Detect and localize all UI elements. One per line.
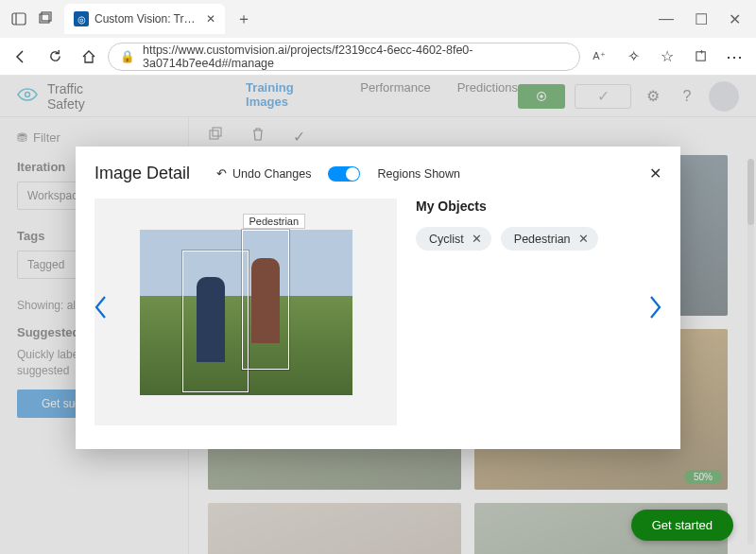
maximize-icon[interactable]: ☐ — [695, 10, 708, 28]
image-preview-pane[interactable]: Pedestrian — [94, 199, 397, 425]
image-preview[interactable]: Pedestrian — [140, 230, 352, 395]
reader-icon[interactable]: A⁺ — [584, 42, 614, 72]
address-bar: 🔒 https://www.customvision.ai/projects/f… — [0, 38, 756, 76]
remove-tag-icon[interactable]: ✕ — [472, 232, 482, 246]
tag-chip-cyclist[interactable]: Cyclist ✕ — [416, 227, 491, 251]
image-detail-modal: Image Detail ↶ Undo Changes Regions Show… — [76, 147, 680, 449]
minimize-icon[interactable]: — — [659, 10, 674, 28]
bounding-box-cyclist[interactable] — [182, 251, 249, 392]
bounding-box-pedestrian[interactable]: Pedestrian — [242, 230, 289, 370]
tab-title: Custom Vision: Traffic Safety - Tr — [94, 12, 200, 26]
svg-rect-0 — [12, 13, 26, 25]
objects-heading: My Objects — [416, 199, 662, 214]
url-text: https://www.customvision.ai/projects/f23… — [143, 43, 568, 70]
favorites-icon[interactable]: ☆ — [652, 42, 682, 72]
undo-label: Undo Changes — [232, 167, 311, 181]
refresh-button[interactable] — [40, 42, 70, 72]
new-tab-button[interactable]: ＋ — [231, 6, 257, 32]
prev-image-button[interactable] — [87, 293, 115, 321]
regions-shown-toggle[interactable] — [328, 166, 360, 182]
favicon-icon: ◎ — [74, 11, 89, 26]
undo-changes-button[interactable]: ↶ Undo Changes — [216, 166, 311, 181]
tag-chip-pedestrian[interactable]: Pedestrian ✕ — [501, 227, 598, 251]
star-icon[interactable]: ✧ — [618, 42, 648, 72]
home-button[interactable] — [74, 42, 104, 72]
modal-title: Image Detail — [94, 164, 190, 183]
modal-close-button[interactable]: ✕ — [649, 164, 662, 182]
undo-icon: ↶ — [216, 166, 227, 181]
tag-label: Cyclist — [429, 233, 464, 246]
tab-overview-icon[interactable] — [32, 6, 59, 32]
get-started-button[interactable]: Get started — [631, 510, 733, 541]
regions-shown-label: Regions Shown — [377, 167, 460, 181]
objects-pane: My Objects Cyclist ✕ Pedestrian ✕ — [416, 199, 662, 432]
url-input[interactable]: 🔒 https://www.customvision.ai/projects/f… — [108, 43, 580, 71]
sidebar-toggle-icon[interactable] — [6, 6, 32, 32]
window-titlebar: ◎ Custom Vision: Traffic Safety - Tr ✕ ＋… — [0, 0, 756, 38]
remove-tag-icon[interactable]: ✕ — [578, 232, 589, 246]
tab-close-icon[interactable]: ✕ — [206, 12, 215, 26]
collections-icon[interactable] — [686, 42, 716, 72]
bbox-label: Pedestrian — [243, 214, 306, 229]
next-image-button[interactable] — [641, 293, 669, 321]
lock-icon: 🔒 — [120, 49, 135, 63]
browser-tab[interactable]: ◎ Custom Vision: Traffic Safety - Tr ✕ — [64, 4, 225, 34]
svg-rect-4 — [696, 52, 704, 61]
more-menu-icon[interactable]: ⋯ — [720, 42, 750, 72]
tag-label: Pedestrian — [514, 233, 571, 246]
close-window-icon[interactable]: ✕ — [729, 10, 741, 28]
back-button[interactable] — [6, 42, 36, 72]
